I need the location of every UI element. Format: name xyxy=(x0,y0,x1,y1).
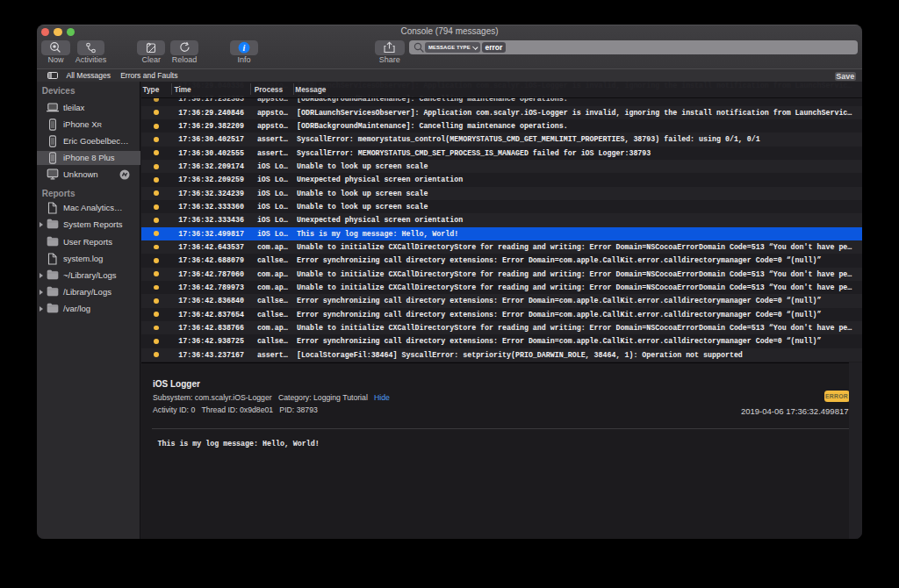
svg-text:i: i xyxy=(243,43,246,53)
